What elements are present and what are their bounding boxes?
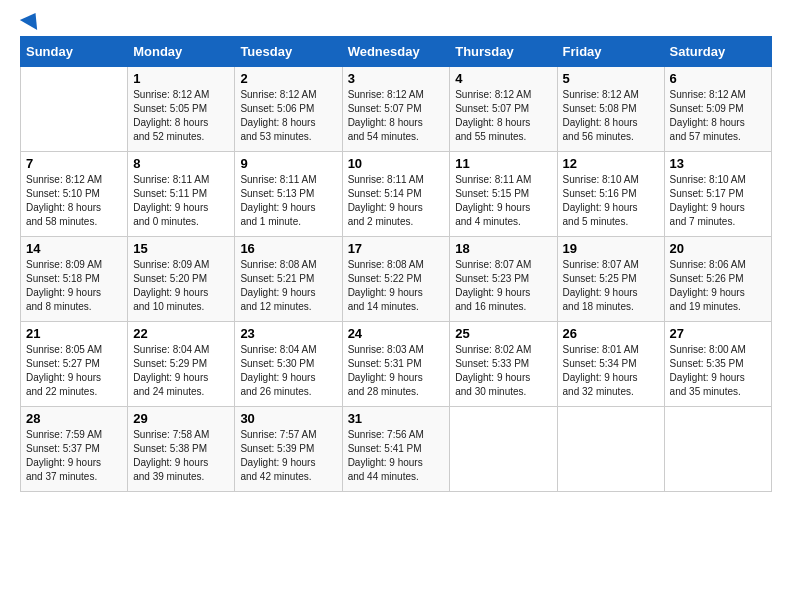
day-info: Sunrise: 8:09 AM Sunset: 5:18 PM Dayligh… — [26, 258, 122, 314]
cell-3-6: 27Sunrise: 8:00 AM Sunset: 5:35 PM Dayli… — [664, 322, 771, 407]
cell-3-2: 23Sunrise: 8:04 AM Sunset: 5:30 PM Dayli… — [235, 322, 342, 407]
day-info: Sunrise: 8:07 AM Sunset: 5:25 PM Dayligh… — [563, 258, 659, 314]
cell-0-6: 6Sunrise: 8:12 AM Sunset: 5:09 PM Daylig… — [664, 67, 771, 152]
day-info: Sunrise: 8:08 AM Sunset: 5:21 PM Dayligh… — [240, 258, 336, 314]
week-row-5: 28Sunrise: 7:59 AM Sunset: 5:37 PM Dayli… — [21, 407, 772, 492]
day-number: 17 — [348, 241, 445, 256]
page-header — [20, 20, 772, 26]
day-number: 25 — [455, 326, 551, 341]
day-info: Sunrise: 8:12 AM Sunset: 5:10 PM Dayligh… — [26, 173, 122, 229]
day-number: 14 — [26, 241, 122, 256]
cell-2-2: 16Sunrise: 8:08 AM Sunset: 5:21 PM Dayli… — [235, 237, 342, 322]
cell-2-0: 14Sunrise: 8:09 AM Sunset: 5:18 PM Dayli… — [21, 237, 128, 322]
day-number: 4 — [455, 71, 551, 86]
cell-4-1: 29Sunrise: 7:58 AM Sunset: 5:38 PM Dayli… — [128, 407, 235, 492]
week-row-2: 7Sunrise: 8:12 AM Sunset: 5:10 PM Daylig… — [21, 152, 772, 237]
day-info: Sunrise: 8:11 AM Sunset: 5:15 PM Dayligh… — [455, 173, 551, 229]
cell-1-4: 11Sunrise: 8:11 AM Sunset: 5:15 PM Dayli… — [450, 152, 557, 237]
day-number: 2 — [240, 71, 336, 86]
cell-4-0: 28Sunrise: 7:59 AM Sunset: 5:37 PM Dayli… — [21, 407, 128, 492]
day-info: Sunrise: 8:07 AM Sunset: 5:23 PM Dayligh… — [455, 258, 551, 314]
cell-2-1: 15Sunrise: 8:09 AM Sunset: 5:20 PM Dayli… — [128, 237, 235, 322]
day-info: Sunrise: 7:56 AM Sunset: 5:41 PM Dayligh… — [348, 428, 445, 484]
day-number: 15 — [133, 241, 229, 256]
day-number: 12 — [563, 156, 659, 171]
cell-1-1: 8Sunrise: 8:11 AM Sunset: 5:11 PM Daylig… — [128, 152, 235, 237]
header-sunday: Sunday — [21, 37, 128, 67]
day-info: Sunrise: 8:05 AM Sunset: 5:27 PM Dayligh… — [26, 343, 122, 399]
header-monday: Monday — [128, 37, 235, 67]
cell-3-4: 25Sunrise: 8:02 AM Sunset: 5:33 PM Dayli… — [450, 322, 557, 407]
day-info: Sunrise: 8:06 AM Sunset: 5:26 PM Dayligh… — [670, 258, 766, 314]
cell-0-5: 5Sunrise: 8:12 AM Sunset: 5:08 PM Daylig… — [557, 67, 664, 152]
day-info: Sunrise: 8:11 AM Sunset: 5:11 PM Dayligh… — [133, 173, 229, 229]
day-number: 30 — [240, 411, 336, 426]
day-number: 3 — [348, 71, 445, 86]
day-number: 19 — [563, 241, 659, 256]
day-number: 16 — [240, 241, 336, 256]
day-info: Sunrise: 8:04 AM Sunset: 5:29 PM Dayligh… — [133, 343, 229, 399]
day-info: Sunrise: 8:08 AM Sunset: 5:22 PM Dayligh… — [348, 258, 445, 314]
day-info: Sunrise: 8:11 AM Sunset: 5:13 PM Dayligh… — [240, 173, 336, 229]
day-number: 10 — [348, 156, 445, 171]
day-info: Sunrise: 8:10 AM Sunset: 5:16 PM Dayligh… — [563, 173, 659, 229]
cell-0-1: 1Sunrise: 8:12 AM Sunset: 5:05 PM Daylig… — [128, 67, 235, 152]
day-number: 6 — [670, 71, 766, 86]
cell-2-4: 18Sunrise: 8:07 AM Sunset: 5:23 PM Dayli… — [450, 237, 557, 322]
day-number: 22 — [133, 326, 229, 341]
cell-2-6: 20Sunrise: 8:06 AM Sunset: 5:26 PM Dayli… — [664, 237, 771, 322]
day-number: 5 — [563, 71, 659, 86]
week-row-4: 21Sunrise: 8:05 AM Sunset: 5:27 PM Dayli… — [21, 322, 772, 407]
cell-1-5: 12Sunrise: 8:10 AM Sunset: 5:16 PM Dayli… — [557, 152, 664, 237]
cell-4-4 — [450, 407, 557, 492]
cell-1-2: 9Sunrise: 8:11 AM Sunset: 5:13 PM Daylig… — [235, 152, 342, 237]
day-number: 26 — [563, 326, 659, 341]
cell-4-3: 31Sunrise: 7:56 AM Sunset: 5:41 PM Dayli… — [342, 407, 450, 492]
calendar-table: SundayMondayTuesdayWednesdayThursdayFrid… — [20, 36, 772, 492]
cell-0-2: 2Sunrise: 8:12 AM Sunset: 5:06 PM Daylig… — [235, 67, 342, 152]
day-info: Sunrise: 7:57 AM Sunset: 5:39 PM Dayligh… — [240, 428, 336, 484]
day-number: 31 — [348, 411, 445, 426]
calendar-header-row: SundayMondayTuesdayWednesdayThursdayFrid… — [21, 37, 772, 67]
day-number: 27 — [670, 326, 766, 341]
day-info: Sunrise: 8:04 AM Sunset: 5:30 PM Dayligh… — [240, 343, 336, 399]
cell-0-4: 4Sunrise: 8:12 AM Sunset: 5:07 PM Daylig… — [450, 67, 557, 152]
day-number: 11 — [455, 156, 551, 171]
day-number: 28 — [26, 411, 122, 426]
cell-3-1: 22Sunrise: 8:04 AM Sunset: 5:29 PM Dayli… — [128, 322, 235, 407]
day-info: Sunrise: 8:12 AM Sunset: 5:06 PM Dayligh… — [240, 88, 336, 144]
cell-1-6: 13Sunrise: 8:10 AM Sunset: 5:17 PM Dayli… — [664, 152, 771, 237]
day-number: 29 — [133, 411, 229, 426]
day-number: 20 — [670, 241, 766, 256]
day-number: 21 — [26, 326, 122, 341]
logo — [20, 20, 42, 26]
day-number: 23 — [240, 326, 336, 341]
header-thursday: Thursday — [450, 37, 557, 67]
day-info: Sunrise: 8:09 AM Sunset: 5:20 PM Dayligh… — [133, 258, 229, 314]
cell-4-5 — [557, 407, 664, 492]
week-row-3: 14Sunrise: 8:09 AM Sunset: 5:18 PM Dayli… — [21, 237, 772, 322]
cell-2-5: 19Sunrise: 8:07 AM Sunset: 5:25 PM Dayli… — [557, 237, 664, 322]
day-info: Sunrise: 7:58 AM Sunset: 5:38 PM Dayligh… — [133, 428, 229, 484]
cell-3-5: 26Sunrise: 8:01 AM Sunset: 5:34 PM Dayli… — [557, 322, 664, 407]
cell-1-0: 7Sunrise: 8:12 AM Sunset: 5:10 PM Daylig… — [21, 152, 128, 237]
day-info: Sunrise: 8:03 AM Sunset: 5:31 PM Dayligh… — [348, 343, 445, 399]
day-info: Sunrise: 8:02 AM Sunset: 5:33 PM Dayligh… — [455, 343, 551, 399]
header-wednesday: Wednesday — [342, 37, 450, 67]
cell-4-6 — [664, 407, 771, 492]
day-info: Sunrise: 8:00 AM Sunset: 5:35 PM Dayligh… — [670, 343, 766, 399]
day-info: Sunrise: 7:59 AM Sunset: 5:37 PM Dayligh… — [26, 428, 122, 484]
day-info: Sunrise: 8:12 AM Sunset: 5:08 PM Dayligh… — [563, 88, 659, 144]
cell-4-2: 30Sunrise: 7:57 AM Sunset: 5:39 PM Dayli… — [235, 407, 342, 492]
day-info: Sunrise: 8:12 AM Sunset: 5:05 PM Dayligh… — [133, 88, 229, 144]
day-number: 1 — [133, 71, 229, 86]
cell-3-0: 21Sunrise: 8:05 AM Sunset: 5:27 PM Dayli… — [21, 322, 128, 407]
day-info: Sunrise: 8:10 AM Sunset: 5:17 PM Dayligh… — [670, 173, 766, 229]
header-tuesday: Tuesday — [235, 37, 342, 67]
cell-3-3: 24Sunrise: 8:03 AM Sunset: 5:31 PM Dayli… — [342, 322, 450, 407]
day-number: 7 — [26, 156, 122, 171]
header-saturday: Saturday — [664, 37, 771, 67]
day-number: 18 — [455, 241, 551, 256]
cell-1-3: 10Sunrise: 8:11 AM Sunset: 5:14 PM Dayli… — [342, 152, 450, 237]
cell-0-0 — [21, 67, 128, 152]
